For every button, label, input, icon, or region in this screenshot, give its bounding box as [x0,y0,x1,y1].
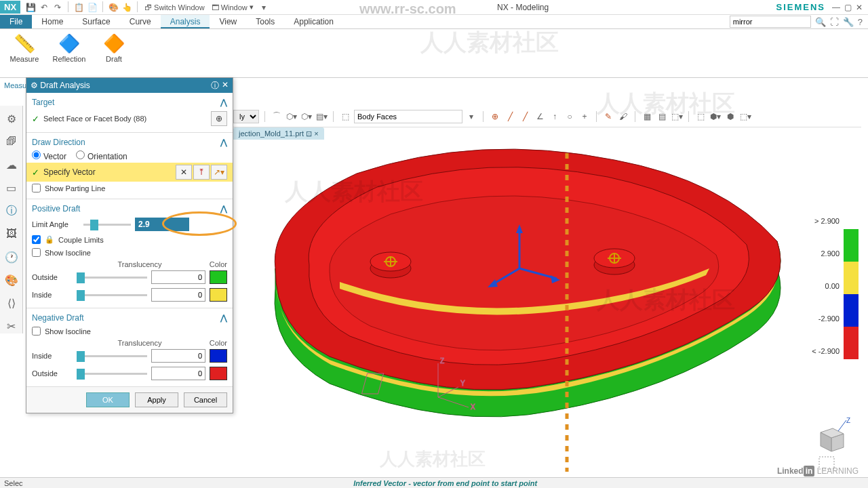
neg-inside-input[interactable] [151,349,205,363]
select-face-button[interactable]: ⊕ [211,111,227,126]
radio-vector[interactable]: Vector [32,150,66,161]
inside-translucency-input[interactable] [151,288,205,302]
touch-icon[interactable]: 👆 [121,1,133,14]
line2-icon[interactable]: ╱ [519,110,531,123]
wire-icon[interactable]: ⬚ [694,110,707,123]
switch-window-button[interactable]: 🗗 Switch Window [142,1,208,14]
show-isocline-pos-checkbox[interactable] [32,248,41,257]
more-icon[interactable]: ⬚▾ [739,110,751,123]
grid-icon[interactable]: ▦ [641,110,653,123]
limit-angle-input[interactable] [135,218,189,231]
gear-icon[interactable]: ⚙ [4,111,19,126]
section-negative-draft[interactable]: Negative Draft⋀ [32,311,227,325]
menu-home[interactable]: Home [32,15,73,28]
neg-inside-color-swatch[interactable] [210,349,227,363]
line-icon[interactable]: ╱ [504,110,516,123]
scissors-icon[interactable]: ✂ [4,319,19,333]
circle-icon[interactable]: ○ [564,110,576,123]
menu-analysis[interactable]: Analysis [161,15,210,28]
vector-axis-icon[interactable]: ⤒ [193,165,210,180]
limit-angle-slider[interactable] [83,224,131,226]
maximize-icon[interactable]: ▢ [844,3,852,12]
crosshair-icon[interactable]: ⊕ [489,110,501,123]
neg-outside-color-swatch[interactable] [210,367,227,380]
fullscreen-icon[interactable]: ⛶ [830,17,839,27]
dialog-close-icon[interactable]: ✕ [222,80,229,92]
vector-infer-icon[interactable]: ↗▾ [211,165,227,180]
neg-outside-input[interactable] [151,367,205,380]
help-icon[interactable]: ? [858,17,863,27]
document-tab[interactable]: jection_Mold_11.prt ⊡ × [233,127,324,140]
dropdown-icon[interactable]: ▾ [258,1,270,14]
cube2-icon[interactable]: ⬚ [339,110,351,123]
up-icon[interactable]: ↑ [549,110,561,123]
search-input[interactable] [730,16,811,28]
cancel-button[interactable]: Cancel [184,392,227,407]
layers-icon[interactable]: ⬚▾ [671,110,683,123]
outside-color-swatch[interactable] [210,270,227,284]
menu-application[interactable]: Application [284,15,343,28]
info-icon[interactable]: ⓘ [4,203,19,218]
tab-close-icon[interactable]: × [314,129,318,138]
palette-rail-icon[interactable]: 🎨 [4,272,19,287]
layer-icon[interactable]: ▤▾ [315,110,328,123]
inside-color-swatch[interactable] [210,288,227,302]
inside-translucency-slider[interactable] [77,294,147,296]
copy-icon[interactable]: 📋 [73,1,85,14]
minimize-icon[interactable]: — [832,3,840,12]
viewport[interactable]: Z X Y Z [233,140,860,479]
clock-icon[interactable]: 🕐 [4,249,19,264]
brush-icon[interactable]: 🖌 [617,110,629,123]
show-parting-checkbox[interactable] [32,184,41,192]
outside-translucency-input[interactable] [151,270,205,284]
cloud-icon[interactable]: ☁ [4,157,19,172]
dialog-reset-icon[interactable]: ⓘ [211,80,219,92]
scope-select[interactable] [354,110,462,123]
list-icon[interactable]: ▤ [656,110,668,123]
redo-icon[interactable]: ↷ [52,1,64,14]
cube-icon[interactable]: 🗊 [4,134,19,149]
bracket-icon[interactable]: ⟨⟩ [4,296,19,310]
ok-button[interactable]: OK [86,392,130,407]
plus-icon[interactable]: + [578,110,591,123]
angle-icon[interactable]: ∠ [534,110,546,123]
menu-view[interactable]: View [210,15,246,28]
ribbon-measure[interactable]: 📏 Measure [5,32,43,75]
section-target[interactable]: Target⋀ [32,96,227,109]
arc-icon[interactable]: ⌒ [271,110,283,123]
close-icon[interactable]: ✕ [856,3,863,12]
apply-button[interactable]: Apply [135,392,178,407]
radio-orientation[interactable]: Orientation [76,150,127,161]
shade-icon[interactable]: ⬢▾ [709,110,722,123]
vector-swap-icon[interactable]: ✕ [176,165,192,180]
ribbon-draft[interactable]: 🔶 Draft [95,32,133,75]
neg-outside-slider[interactable] [77,373,147,375]
pen-icon[interactable]: ✎ [602,110,614,123]
render-icon[interactable]: ⬢ [724,110,736,123]
hex-icon[interactable]: ⬡▾ [285,110,298,123]
show-isocline-neg-checkbox[interactable] [32,327,41,336]
image-icon[interactable]: 🖼 [4,226,19,241]
outside-translucency-slider[interactable] [77,277,147,279]
box-icon[interactable]: ▭ [4,180,19,195]
section-draw-direction[interactable]: Draw Direction⋀ [32,136,227,149]
hex2-icon[interactable]: ⬡▾ [300,110,313,123]
menu-curve[interactable]: Curve [120,15,161,28]
ribbon-reflection[interactable]: 🔷 Reflection [50,32,88,75]
paste-icon[interactable]: 📄 [86,1,98,14]
palette-icon[interactable]: 🎨 [107,1,119,14]
search-icon[interactable]: 🔍 [815,17,826,27]
save-icon[interactable]: 💾 [24,1,37,14]
couple-limits-checkbox[interactable] [32,235,41,244]
dialog-titlebar[interactable]: ⚙ Draft Analysis ⓘ ✕ [26,78,233,93]
window-menu[interactable]: 🗔 Window ▾ [209,1,256,14]
menu-file[interactable]: File [0,15,32,28]
menu-tools[interactable]: Tools [246,15,284,28]
filter-select[interactable]: ly [233,110,259,123]
undo-icon[interactable]: ↶ [38,1,50,14]
menu-surface[interactable]: Surface [73,15,119,28]
section-positive-draft[interactable]: Positive Draft⋀ [32,202,227,216]
neg-inside-slider[interactable] [77,355,147,357]
wrench-icon[interactable]: 🔧 [843,17,854,27]
tab-pin-icon[interactable]: ⊡ [306,129,312,138]
